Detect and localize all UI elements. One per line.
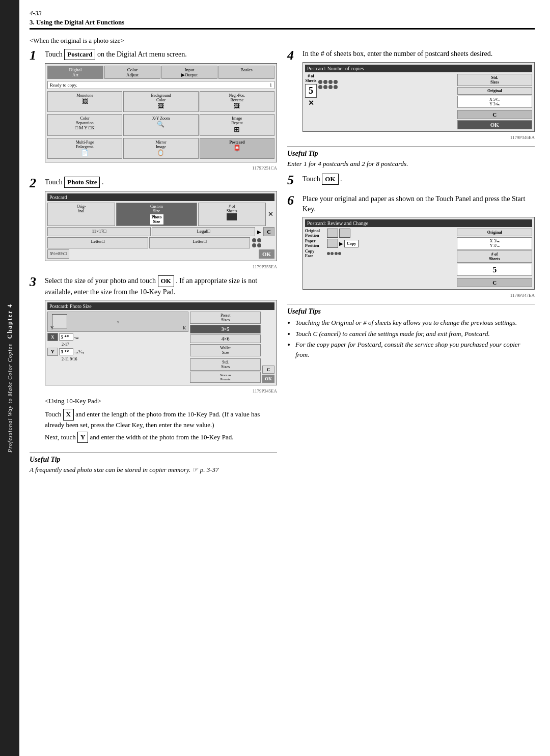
ps-y-range-label: 2-11 9/16 xyxy=(47,357,188,361)
ps-std-sizes[interactable]: Std.Sizes xyxy=(190,358,261,371)
step-5-text: Touch OK . xyxy=(302,174,535,185)
bg-color-btn[interactable]: BackgroundColor🖼 xyxy=(123,91,198,112)
nc-dots-row2 xyxy=(318,85,338,89)
step-3: 3 Select the size of your photo and touc… xyxy=(30,275,277,446)
ps-c-btn[interactable]: C xyxy=(262,366,274,374)
step-4-number: 4 xyxy=(287,49,298,140)
photo-size-button[interactable]: Photo Size xyxy=(64,177,100,188)
screen2-caption: 1179P355EA xyxy=(45,264,277,269)
nc-orig-xy: X 5³⁄ₘY 3³⁄ₘ xyxy=(457,96,532,108)
rc-c-btn[interactable]: C xyxy=(457,278,532,287)
rc-orig-pos-icons xyxy=(327,229,350,238)
step-3-content: Select the size of your photo and touch … xyxy=(45,275,277,446)
multi-page-btn[interactable]: Multi-PageEnlargemt.📄 xyxy=(47,138,122,159)
useful-tip-right-text: Enter 1 for 4 postcards and 2 for 8 post… xyxy=(287,159,535,169)
rc-paper-pos-label: PaperPosition xyxy=(305,239,325,248)
pc-11x17[interactable]: 11×17□ xyxy=(47,227,151,236)
xy-zoom-btn[interactable]: X/Y Zoom🔍 xyxy=(123,114,198,136)
monotone-btn[interactable]: Monotone🖼 xyxy=(47,91,122,112)
rc-orig-xy: X 3/ₘY 3/ₘ xyxy=(457,237,532,249)
pc-ok-btn[interactable]: OK xyxy=(259,249,274,259)
rc-orig-pos-label: OriginalPosition xyxy=(305,229,325,238)
step-2-text: Touch Photo Size . xyxy=(45,177,277,188)
da-tab-color[interactable]: ColorAdjust xyxy=(104,66,160,79)
review-inner: OriginalPosition PaperPosition xyxy=(305,229,532,287)
step-3-sub1: Touch X and enter the length of the phot… xyxy=(45,409,277,429)
nc-left: # ofSheets 5 ✕ xyxy=(305,74,455,129)
pc-letter2[interactable]: Letter□ xyxy=(149,237,250,248)
step-4-text: In the # of sheets box, enter the number… xyxy=(302,49,535,59)
da-status-text: Ready to copy. xyxy=(50,82,77,88)
color-sep-btn[interactable]: ColorSeparation□ M Y □K xyxy=(47,114,122,136)
rc-copy-face-label: CopyFace xyxy=(305,249,325,258)
step-4: 4 In the # of sheets box, enter the numb… xyxy=(287,49,535,140)
ps-right-panel: PresetSizes 3×5 4×6 WalletSize Std.Sizes… xyxy=(190,312,261,383)
step-5: 5 Touch OK . xyxy=(287,174,535,188)
step-1-content: Touch Postcard on the Digital Art menu s… xyxy=(45,49,277,171)
side-tab: Chapter 4 Professional Way to Make Color… xyxy=(0,0,19,756)
useful-tip-left: Useful Tip A frequently used photo size … xyxy=(30,452,277,474)
ok-button-step3[interactable]: OK xyxy=(158,275,174,287)
rc-face-row1 xyxy=(327,252,334,255)
num-copies-inner: # ofSheets 5 ✕ xyxy=(305,74,532,129)
photo-size-title: Postcard: Photo Size xyxy=(47,302,274,310)
screen1-caption: 1179P251CA xyxy=(45,165,277,171)
da-tab-digital-art[interactable]: DigitalArt xyxy=(47,66,103,79)
da-screen-inner: DigitalArt ColorAdjust Input▶Output Basi… xyxy=(47,66,274,160)
rc-original-btn[interactable]: Original xyxy=(457,229,532,236)
two-column-layout: 1 Touch Postcard on the Digital Art menu… xyxy=(30,49,535,479)
ps-y-btn[interactable]: Y xyxy=(47,348,58,356)
postcard-col-headers: Orig-inal CustomSize PhotoSize # ofSheet… xyxy=(47,203,274,226)
page-number: 4-33 xyxy=(30,9,535,17)
mirror-image-btn[interactable]: MirrorImage🪞 xyxy=(123,138,198,159)
nc-ok-btn[interactable]: OK xyxy=(457,120,532,129)
nc-std-sizes[interactable]: Std.Sizes xyxy=(457,74,532,86)
pc-col-custom[interactable]: CustomSize PhotoSize xyxy=(116,203,197,226)
rc-arrow: ▶ xyxy=(339,241,343,246)
rc-sheets-val: 5 xyxy=(457,264,532,276)
ps-x-btn[interactable]: X xyxy=(47,333,58,341)
rc-orig-pos-row: OriginalPosition xyxy=(305,229,455,238)
postcard-screen: Postcard Orig-inal CustomSize PhotoSize … xyxy=(45,191,277,261)
neg-pos-btn[interactable]: Neg.-Pos.Reverse🖼 xyxy=(200,91,274,112)
photo-size-inner: x Y K X 5 ⁺⁰ -₁₄ xyxy=(47,312,274,383)
sheets-btn-tip[interactable]: # of sheets xyxy=(363,319,391,326)
pc-legal[interactable]: Legal□ xyxy=(152,227,255,236)
ps-3x5[interactable]: 3×5 xyxy=(190,325,261,333)
using-10key-label: <Using 10-Key Pad> xyxy=(45,397,277,406)
useful-tips-list: Touching the Original or # of sheets key… xyxy=(287,318,535,359)
nc-original-label: Original xyxy=(457,87,532,95)
pc-col-sheets: # ofSheets xyxy=(198,203,266,226)
ps-ok-btn[interactable]: OK xyxy=(262,375,274,383)
pc-c-btn[interactable]: C xyxy=(263,227,274,236)
ps-store-presets[interactable]: Store asPresets xyxy=(190,372,261,383)
nc-c-btn[interactable]: C xyxy=(457,110,532,119)
x-btn-inline[interactable]: X xyxy=(63,409,74,420)
pc-letter1[interactable]: Letter□ xyxy=(47,237,148,248)
ps-4x6[interactable]: 4×6 xyxy=(190,334,261,343)
ps-preset-sizes[interactable]: PresetSizes xyxy=(190,312,261,324)
da-tab-basics[interactable]: Basics xyxy=(218,66,274,79)
review-screen: Postcard: Review and Change OriginalPosi… xyxy=(302,217,535,290)
postcard-button[interactable]: Postcard xyxy=(64,49,95,60)
step-5-content: Touch OK . xyxy=(302,174,535,188)
rc-left-panel: OriginalPosition PaperPosition xyxy=(305,229,455,287)
da-tab-input[interactable]: Input▶Output xyxy=(161,66,217,79)
image-repeat-btn[interactable]: ImageRepeat⊞ xyxy=(200,114,274,136)
step-2-number: 2 xyxy=(30,177,41,269)
useful-tip-right: Useful Tip Enter 1 for 4 postcards and 2… xyxy=(287,146,535,169)
postcard-menu-btn[interactable]: Postcard📮 xyxy=(200,138,274,159)
pc-5half[interactable]: 5½×8½□ xyxy=(47,249,69,259)
ok-button-step5[interactable]: OK xyxy=(322,174,338,185)
useful-tip-item-3: For the copy paper for Postcard, consult… xyxy=(295,340,535,359)
step-6-text: Place your original and paper as shown o… xyxy=(302,194,535,214)
chapter-title: Professional Way to Make Color Copies xyxy=(7,344,13,453)
step-6-number: 6 xyxy=(287,194,298,298)
da-status-num: 1 xyxy=(270,82,272,88)
original-btn-tip[interactable]: Original xyxy=(331,319,354,326)
c-btn-tip[interactable]: C xyxy=(313,330,318,338)
ps-wallet[interactable]: WalletSize xyxy=(190,344,261,356)
y-btn-inline[interactable]: Y xyxy=(77,432,88,443)
review-caption: 1179P347EA xyxy=(302,293,535,298)
rc-sheets-btn[interactable]: # ofSheets xyxy=(457,250,532,263)
